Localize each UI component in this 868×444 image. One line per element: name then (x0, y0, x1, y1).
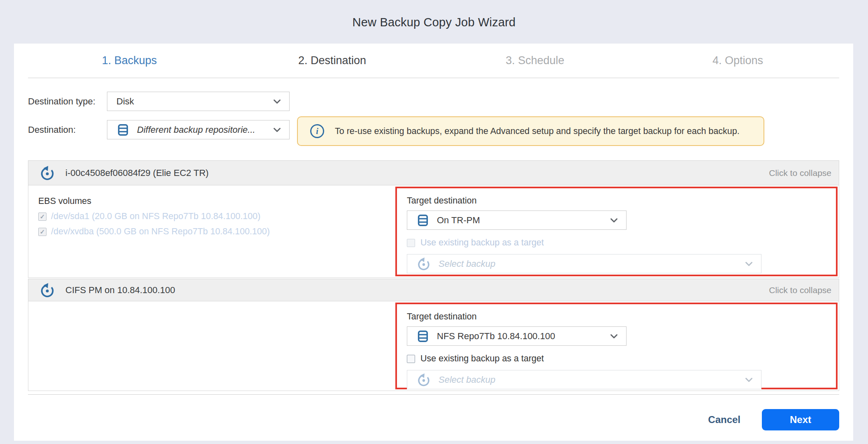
section-header[interactable]: CIFS PM on 10.84.100.100 Click to collap… (28, 279, 839, 301)
repository-icon (416, 330, 429, 343)
chevron-down-icon (745, 261, 753, 266)
use-existing-label: Use existing backup as a target (420, 238, 544, 248)
destination-type-value: Disk (116, 96, 134, 107)
destination-select[interactable]: Different backup repositorie... (107, 120, 290, 139)
backup-icon (416, 257, 431, 271)
target-destination-value: NFS Repo7Tb 10.84.100.100 (437, 331, 555, 342)
volume-checkbox (38, 228, 46, 236)
chevron-down-icon (610, 218, 618, 223)
use-existing-checkbox (407, 239, 415, 247)
footer-buttons: Cancel Next (28, 409, 839, 430)
info-message: To re-use existing backups, expand the A… (335, 126, 740, 136)
section-title: i-00c4508ef06084f29 (Elie EC2 TR) (65, 168, 759, 178)
select-backup-placeholder: Select backup (439, 259, 495, 269)
volume-label: /dev/sda1 (20.0 GB on NFS Repo7Tb 10.84.… (51, 211, 260, 222)
wizard-footer: Cancel Next (28, 394, 839, 430)
section-body: EBS volumes /dev/sda1 (20.0 GB on NFS Re… (28, 185, 839, 278)
volume-label: /dev/xvdba (500.0 GB on NFS Repo7Tb 10.8… (51, 227, 270, 237)
destination-value: Different backup repositorie... (137, 125, 255, 135)
backup-section-ec2: i-00c4508ef06084f29 (Elie EC2 TR) Click … (28, 160, 839, 278)
step-options: 4. Options (636, 54, 839, 67)
select-backup-placeholder: Select backup (439, 375, 495, 385)
page: { "header": { "title": "New Backup Copy … (0, 0, 868, 444)
select-backup-dropdown: Select backup (407, 370, 761, 389)
highlight-box: Target destination On TR-PM Use existing… (395, 187, 838, 276)
chevron-down-icon (273, 127, 281, 132)
info-icon: i (310, 124, 324, 138)
wizard-card: 1. Backups 2. Destination 3. Schedule 4.… (14, 44, 853, 441)
wizard-steps: 1. Backups 2. Destination 3. Schedule 4.… (28, 44, 839, 78)
destination-type-select[interactable]: Disk (107, 92, 290, 111)
use-existing-checkbox[interactable] (407, 355, 415, 363)
destination-label: Destination: (28, 125, 107, 135)
target-destination-select[interactable]: NFS Repo7Tb 10.84.100.100 (407, 326, 627, 346)
target-destination-value: On TR-PM (437, 215, 480, 226)
step-schedule: 3. Schedule (434, 54, 636, 67)
section-header[interactable]: i-00c4508ef06084f29 (Elie EC2 TR) Click … (28, 161, 839, 185)
chevron-down-icon (610, 334, 618, 339)
select-backup-dropdown: Select backup (407, 254, 761, 273)
repository-icon (116, 123, 130, 136)
use-existing-backup-row: Use existing backup as a target (407, 354, 836, 364)
target-destination-select[interactable]: On TR-PM (407, 210, 627, 230)
cancel-button[interactable]: Cancel (708, 414, 740, 426)
step-destination: 2. Destination (231, 54, 434, 67)
info-banner: i To re-use existing backups, expand the… (297, 116, 764, 146)
section-body: Target destination NFS Repo7Tb 10.84.100… (28, 301, 839, 391)
step-backups[interactable]: 1. Backups (28, 54, 231, 67)
destination-type-row: Destination type: Disk (28, 92, 839, 111)
use-existing-backup-row: Use existing backup as a target (407, 238, 836, 248)
chevron-down-icon (745, 377, 753, 382)
backup-job-icon (39, 282, 56, 298)
collapse-toggle[interactable]: Click to collapse (769, 285, 831, 295)
target-destination-label: Target destination (407, 312, 836, 322)
highlight-box: Target destination NFS Repo7Tb 10.84.100… (395, 303, 838, 389)
section-title: CIFS PM on 10.84.100.100 (65, 285, 759, 296)
backup-job-icon (39, 165, 56, 181)
page-title: New Backup Copy Job Wizard (0, 16, 868, 29)
next-button[interactable]: Next (762, 409, 839, 430)
destination-type-label: Destination type: (28, 96, 107, 107)
backup-icon (416, 372, 431, 387)
destination-form: Destination type: Disk Destination: Diff… (28, 78, 839, 139)
backup-section-cifs: CIFS PM on 10.84.100.100 Click to collap… (28, 279, 839, 391)
collapse-toggle[interactable]: Click to collapse (769, 168, 831, 178)
target-destination-label: Target destination (407, 196, 836, 206)
repository-icon (416, 214, 429, 227)
volume-checkbox (38, 213, 46, 221)
use-existing-label: Use existing backup as a target (420, 354, 544, 364)
chevron-down-icon (273, 99, 281, 104)
